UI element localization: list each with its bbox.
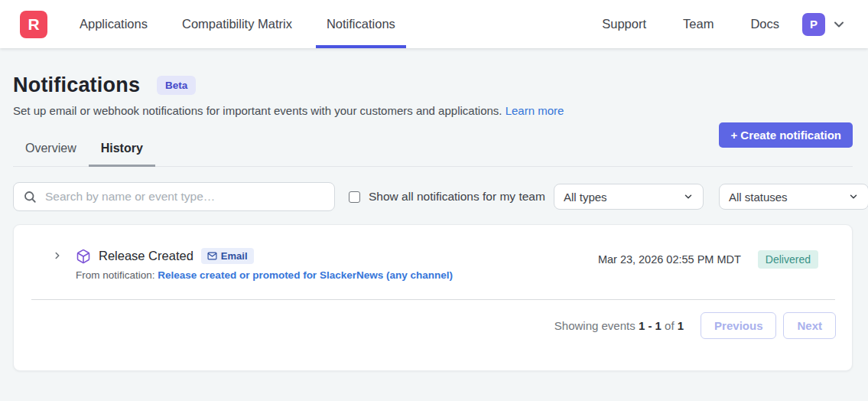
expand-chevron-right-icon[interactable]	[52, 250, 63, 261]
pagination-bar: Showing events 1 - 1 of 1 Previous Next	[14, 300, 852, 339]
event-timestamp: Mar 23, 2026 02:55 PM MDT	[598, 253, 741, 266]
top-nav-bar: R Applications Compatibility Matrix Noti…	[0, 0, 868, 48]
beta-badge: Beta	[157, 76, 196, 95]
page-description: Set up email or webhook notifications fo…	[13, 104, 853, 117]
type-filter-value: All types	[564, 191, 607, 204]
event-title-line: Release Created Email	[76, 248, 453, 264]
event-meta: Mar 23, 2026 02:55 PM MDT Delivered	[598, 250, 818, 269]
account-menu-chevron-down-icon[interactable]	[831, 17, 847, 32]
avatar[interactable]: P	[802, 13, 825, 36]
team-notifications-checkbox[interactable]	[349, 191, 360, 203]
nav-item-support[interactable]: Support	[591, 17, 657, 31]
tab-overview[interactable]: Overview	[13, 133, 89, 167]
search-box	[13, 182, 335, 211]
primary-nav: Applications Compatibility Matrix Notifi…	[69, 0, 406, 48]
team-notifications-checkbox-label[interactable]: Show all notifications for my team	[369, 190, 545, 204]
secondary-nav: Support Team Docs	[591, 17, 790, 31]
pagination-of: of	[665, 319, 675, 332]
nav-item-team[interactable]: Team	[672, 17, 724, 31]
page-title-row: Notifications Beta	[13, 73, 853, 97]
chevron-down-icon	[683, 191, 694, 202]
learn-more-link[interactable]: Learn more	[506, 104, 564, 117]
chevron-down-icon	[848, 191, 859, 202]
event-title: Release Created	[99, 249, 193, 263]
status-filter-value: All statuses	[729, 191, 788, 204]
description-text: Set up email or webhook notifications fo…	[13, 104, 502, 117]
source-notification-link[interactable]: Release created or promoted for SlackerN…	[158, 269, 453, 281]
nav-item-applications[interactable]: Applications	[69, 0, 158, 48]
avatar-letter: P	[810, 18, 818, 31]
event-source-line: From notification: Release created or pr…	[76, 269, 453, 281]
envelope-icon	[207, 251, 217, 261]
search-input[interactable]	[44, 189, 325, 204]
next-page-button[interactable]: Next	[783, 312, 836, 339]
logo-letter: R	[28, 15, 39, 34]
create-notification-button[interactable]: + Create notification	[719, 122, 853, 148]
email-badge-label: Email	[221, 250, 248, 262]
nav-item-compatibility-matrix[interactable]: Compatibility Matrix	[171, 0, 303, 48]
nav-item-docs[interactable]: Docs	[740, 17, 790, 31]
pagination-total: 1	[678, 319, 684, 332]
nav-item-notifications[interactable]: Notifications	[316, 0, 406, 48]
type-filter-select[interactable]: All types	[554, 184, 704, 210]
email-channel-badge: Email	[201, 248, 254, 264]
status-badge: Delivered	[758, 250, 818, 269]
tab-history[interactable]: History	[89, 133, 155, 167]
page-title: Notifications	[13, 73, 140, 97]
previous-page-button[interactable]: Previous	[701, 312, 776, 339]
app-logo[interactable]: R	[20, 11, 47, 38]
pagination-prefix: Showing events	[554, 319, 636, 332]
from-notification-label: From notification:	[76, 269, 155, 281]
pagination-summary: Showing events 1 - 1 of 1	[554, 319, 684, 332]
event-row[interactable]: Release Created Email From notification:…	[14, 225, 852, 299]
filter-row: Show all notifications for my team All t…	[13, 182, 853, 211]
package-icon	[76, 249, 91, 264]
notifications-page: Notifications Beta + Create notification…	[0, 73, 868, 371]
events-card: Release Created Email From notification:…	[13, 224, 853, 371]
status-filter-select[interactable]: All statuses	[719, 184, 868, 210]
event-main: Release Created Email From notification:…	[76, 248, 453, 281]
search-icon	[23, 190, 37, 204]
pagination-range: 1 - 1	[639, 319, 662, 332]
